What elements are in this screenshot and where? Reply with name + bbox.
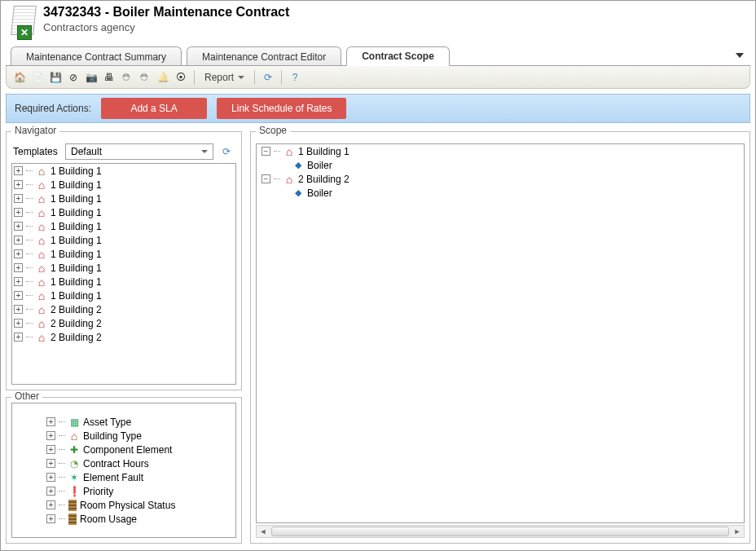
other-item[interactable]: Priority [45, 484, 235, 498]
expand-toggle[interactable] [14, 277, 23, 286]
other-item[interactable]: Room Physical Status [45, 498, 235, 512]
navigator-item[interactable]: 1 Building 1 [12, 247, 235, 261]
puzzle-icon [68, 444, 80, 456]
other-item-label: Component Element [83, 444, 172, 456]
house-icon [68, 430, 80, 442]
other-item-label: Room Usage [80, 514, 137, 525]
target-button[interactable]: ⦿ [173, 69, 189, 86]
expand-toggle[interactable] [14, 249, 23, 258]
navigator-item-label: 1 Building 1 [51, 249, 102, 260]
expand-toggle[interactable] [14, 208, 23, 217]
tab-maintenance-editor[interactable]: Maintenance Contract Editor [187, 46, 341, 66]
building-icon [36, 249, 47, 260]
expand-toggle[interactable] [14, 194, 23, 203]
print-button[interactable]: 🖶 [101, 69, 117, 86]
expand-toggle[interactable] [46, 500, 55, 509]
other-tree[interactable]: Asset TypeBuilding TypeComponent Element… [11, 403, 236, 538]
templates-select[interactable]: Default [65, 143, 213, 160]
navigator-item-label: 2 Building 2 [51, 332, 102, 343]
templates-refresh-button[interactable]: ⟳ [218, 143, 235, 160]
navigator-item[interactable]: 1 Building 1 [12, 233, 235, 247]
main-panels: Navigator Templates Default ⟳ 1 Building… [1, 123, 755, 550]
expand-toggle[interactable] [14, 305, 23, 314]
templates-value: Default [71, 146, 102, 157]
scope-asset[interactable]: Boiler [257, 186, 744, 200]
boiler-icon [292, 187, 304, 199]
navigator-item-label: 1 Building 1 [51, 207, 102, 218]
building-icon [36, 221, 47, 232]
navigator-item[interactable]: 1 Building 1 [12, 275, 235, 289]
navigator-item[interactable]: 1 Building 1 [12, 164, 235, 178]
help-button[interactable]: ? [287, 69, 303, 86]
scope-building[interactable]: 1 Building 1 [257, 144, 744, 158]
scope-tree[interactable]: 1 Building 1Boiler2 Building 2Boiler [256, 143, 745, 523]
expand-toggle[interactable] [46, 417, 55, 426]
navigator-item[interactable]: 2 Building 2 [12, 330, 235, 344]
other-item[interactable]: Contract Hours [45, 456, 235, 470]
expand-toggle[interactable] [14, 236, 23, 245]
collapse-toggle[interactable] [262, 147, 270, 156]
building-icon [284, 146, 295, 157]
navigator-item[interactable]: 1 Building 1 [12, 289, 235, 302]
refresh-button[interactable]: ⟳ [260, 69, 276, 86]
navigator-item-label: 1 Building 1 [51, 290, 102, 302]
scroll-left-arrow[interactable]: ◄ [257, 526, 270, 537]
navigator-item-label: 1 Building 1 [51, 179, 102, 191]
expand-toggle[interactable] [14, 222, 23, 231]
building-icon [36, 332, 47, 343]
navigator-item[interactable]: 1 Building 1 [12, 205, 235, 219]
scope-horizontal-scrollbar[interactable]: ◄ ► [256, 525, 745, 538]
expand-toggle[interactable] [46, 459, 55, 468]
tab-contract-scope[interactable]: Contract Scope [346, 46, 450, 66]
expand-toggle[interactable] [46, 473, 55, 482]
link-schedule-rates-button[interactable]: Link Schedule of Rates [217, 98, 346, 119]
chevron-down-icon [201, 150, 208, 153]
collapse-toggle[interactable] [262, 174, 270, 183]
bar-icon [68, 514, 77, 525]
new-button[interactable]: 🏠 [11, 69, 28, 86]
tab-overflow-button[interactable] [736, 53, 744, 58]
save-button[interactable]: 💾 [47, 69, 64, 86]
expand-toggle[interactable] [46, 431, 55, 440]
navigator-item-label: 1 Building 1 [51, 193, 102, 205]
expand-toggle[interactable] [14, 319, 23, 328]
expand-toggle[interactable] [46, 514, 55, 523]
other-item-label: Element Fault [83, 472, 143, 483]
app-window: ✕ 34732343 - Boiler Maintenance Contract… [0, 0, 756, 551]
expand-toggle[interactable] [14, 291, 23, 300]
navigator-item[interactable]: 1 Building 1 [12, 261, 235, 275]
expand-toggle[interactable] [46, 445, 55, 454]
other-item[interactable]: Element Fault [45, 470, 235, 484]
other-item[interactable]: Room Usage [45, 512, 235, 526]
navigator-item-label: 1 Building 1 [51, 221, 102, 232]
report-dropdown[interactable]: Report [200, 69, 249, 86]
navigator-item[interactable]: 2 Building 2 [12, 302, 235, 316]
expand-toggle[interactable] [14, 263, 23, 272]
other-item[interactable]: Component Element [45, 443, 235, 456]
navigator-item[interactable]: 2 Building 2 [12, 316, 235, 330]
expand-toggle[interactable] [14, 333, 23, 342]
tools-badge-icon: ✕ [17, 25, 32, 40]
expand-toggle[interactable] [14, 180, 23, 189]
toolbar: 🏠 📄 💾 ⊘ 📷 🖶 ⛑ ⛑ 🔔 ⦿ Report ⟳ ? [6, 66, 750, 89]
delete-button[interactable]: ⊘ [65, 69, 81, 86]
navigator-item[interactable]: 1 Building 1 [12, 192, 235, 205]
other-item[interactable]: Asset Type [45, 415, 235, 429]
scope-building-label: 1 Building 1 [298, 146, 349, 157]
navigator-item[interactable]: 1 Building 1 [12, 219, 235, 233]
navigator-item-label: 2 Building 2 [51, 304, 102, 315]
templates-label: Templates [13, 146, 60, 157]
scope-building[interactable]: 2 Building 2 [257, 172, 744, 186]
scope-panel: Scope 1 Building 1Boiler2 Building 2Boil… [250, 131, 750, 544]
page-subtitle: Contractors agency [43, 21, 289, 33]
scope-asset[interactable]: Boiler [257, 158, 744, 172]
navigator-tree[interactable]: 1 Building 11 Building 11 Building 11 Bu… [11, 163, 236, 385]
camera-button[interactable]: 📷 [83, 69, 99, 86]
other-item[interactable]: Building Type [45, 429, 235, 443]
navigator-item[interactable]: 1 Building 1 [12, 178, 235, 192]
scroll-right-arrow[interactable]: ► [731, 526, 744, 537]
tab-maintenance-summary[interactable]: Maintenance Contract Summary [11, 46, 182, 66]
expand-toggle[interactable] [14, 166, 23, 175]
add-sla-button[interactable]: Add a SLA [101, 98, 207, 119]
expand-toggle[interactable] [46, 487, 55, 496]
